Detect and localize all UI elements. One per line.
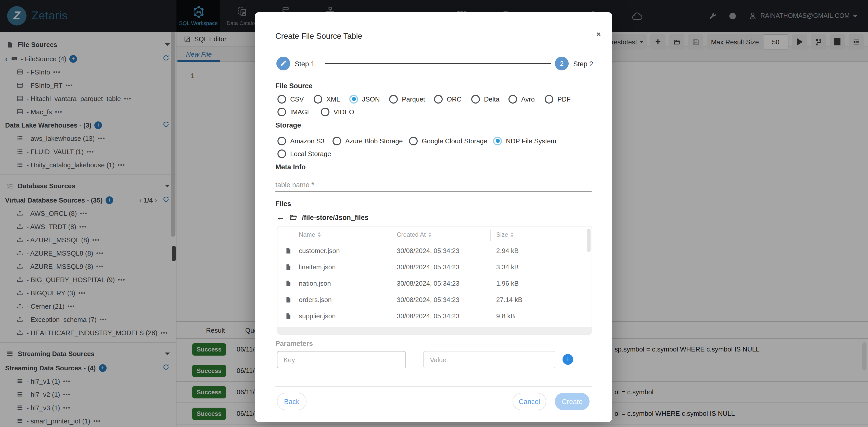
radio-delta[interactable]: Delta [471,94,499,104]
file-name: nation.json [299,280,331,287]
radio-icon[interactable] [333,136,341,145]
file-size: 27.14 kB [496,296,523,304]
column-divider [490,230,491,241]
file-created-at: 30/08/2024, 05:34:23 [397,247,460,254]
step2-label: Step 2 [573,60,593,68]
parameters-section-label: Parameters [275,340,313,347]
file-row[interactable]: orders.json30/08/2024, 05:34:2327.14 kB [277,292,592,308]
back-arrow-icon[interactable]: ← [276,213,285,222]
radio-icon[interactable] [389,95,398,103]
radio-label: IMAGE [290,108,312,116]
file-size: 9.8 kB [496,312,515,320]
radio-google-cloud[interactable]: Google Cloud Storage [409,136,487,146]
column-label: Size [496,231,508,238]
radio-csv[interactable]: CSV [277,94,304,104]
sort-icon[interactable] [511,232,514,237]
radio-icon[interactable] [545,95,553,103]
radio-icon[interactable] [314,95,322,103]
radio-icon[interactable] [321,108,330,116]
radio-label: ORC [447,95,462,103]
parameter-key-input[interactable] [277,351,406,368]
cancel-button[interactable]: Cancel [513,393,546,410]
app-root: Z Zetaris SQL Workspace Data Catalog Que… [0,0,868,427]
column-header-size[interactable]: Size [496,231,514,238]
folder-open-icon [289,213,297,221]
create-file-source-table-modal: Create File Source Table × Step 1 2 Step… [255,12,612,422]
radio-icon[interactable] [277,108,286,116]
file-created-at: 30/08/2024, 05:34:23 [397,263,460,271]
radio-orc[interactable]: ORC [434,94,462,104]
modal-title: Create File Source Table [275,32,362,41]
radio-icon[interactable] [508,95,517,103]
radio-label: CSV [290,95,304,103]
meta-info-section-label: Meta Info [275,163,306,171]
create-button[interactable]: Create [555,393,590,410]
breadcrumb-path: /file-store/Json_files [302,214,369,221]
files-table-scrollbar-thumb[interactable] [587,228,591,252]
file-size: 1.96 kB [496,280,519,287]
file-created-at: 30/08/2024, 05:34:23 [397,312,460,320]
step2-icon: 2 [555,57,569,70]
column-label: Name [299,231,315,238]
radio-label: Amazon S3 [290,137,324,145]
radio-image[interactable]: IMAGE [277,106,312,117]
radio-label: Local Storage [290,150,331,157]
column-divider [391,230,391,241]
file-icon [285,263,292,271]
radio-avro[interactable]: Avro [508,94,535,104]
radio-label: XML [327,95,340,103]
radio-icon[interactable] [409,136,418,145]
radio-ndp-file-system[interactable]: NDP File System [493,136,556,146]
radio-icon[interactable] [277,95,286,103]
file-row[interactable]: customer.json30/08/2024, 05:34:232.94 kB [277,243,592,259]
pencil-icon [280,60,287,67]
storage-section-label: Storage [275,121,301,129]
column-header-created-at[interactable]: Created At [397,231,431,238]
file-name: orders.json [299,296,332,304]
file-row[interactable]: nation.json30/08/2024, 05:34:231.96 kB [277,275,592,292]
radio-label: Google Cloud Storage [422,137,487,145]
files-table-horizontal-scrollbar[interactable] [277,327,592,334]
file-icon [285,247,292,254]
file-created-at: 30/08/2024, 05:34:23 [397,296,460,304]
file-icon [285,312,292,320]
file-name: customer.json [299,247,340,254]
file-created-at: 30/08/2024, 05:34:23 [397,280,460,287]
radio-parquet[interactable]: Parquet [389,94,425,104]
radio-json[interactable]: JSON [349,94,380,104]
radio-icon[interactable] [277,136,286,145]
radio-icon-selected[interactable] [349,95,358,103]
radio-amazon-s3[interactable]: Amazon S3 [277,136,324,146]
parameter-value-input[interactable] [423,351,555,368]
back-button[interactable]: Back [277,393,307,410]
step1-icon [276,57,290,70]
radio-video[interactable]: VIDEO [321,106,354,117]
radio-xml[interactable]: XML [314,94,340,104]
column-header-name[interactable]: Name [299,231,321,238]
modal-footer-divider [275,386,592,387]
column-label: Created At [397,231,426,238]
sort-icon[interactable] [318,232,321,237]
file-icon [285,296,292,304]
step2-number: 2 [560,60,563,67]
radio-label: JSON [362,95,380,103]
radio-icon[interactable] [277,149,286,158]
file-breadcrumb: ← /file-store/Json_files [276,213,369,222]
files-table: Name Created At Size customer.json30/08/… [277,226,592,335]
file-size: 3.34 kB [496,263,519,271]
radio-icon[interactable] [471,95,480,103]
radio-local-storage[interactable]: Local Storage [277,148,331,159]
radio-icon-selected[interactable] [493,136,502,145]
file-row[interactable]: supplier.json30/08/2024, 05:34:239.8 kB [277,308,592,325]
table-name-input[interactable] [275,179,592,192]
radio-azure-blob[interactable]: Azure Blob Storage [333,136,403,146]
radio-pdf[interactable]: PDF [545,94,571,104]
radio-label: Avro [521,95,535,103]
close-icon[interactable]: × [596,30,601,38]
add-parameter-button[interactable]: + [562,354,573,365]
step1-label: Step 1 [295,60,315,68]
file-row[interactable]: lineitem.json30/08/2024, 05:34:233.34 kB [277,259,592,275]
sort-icon[interactable] [428,232,431,237]
radio-icon[interactable] [434,95,443,103]
file-name: supplier.json [299,312,336,320]
